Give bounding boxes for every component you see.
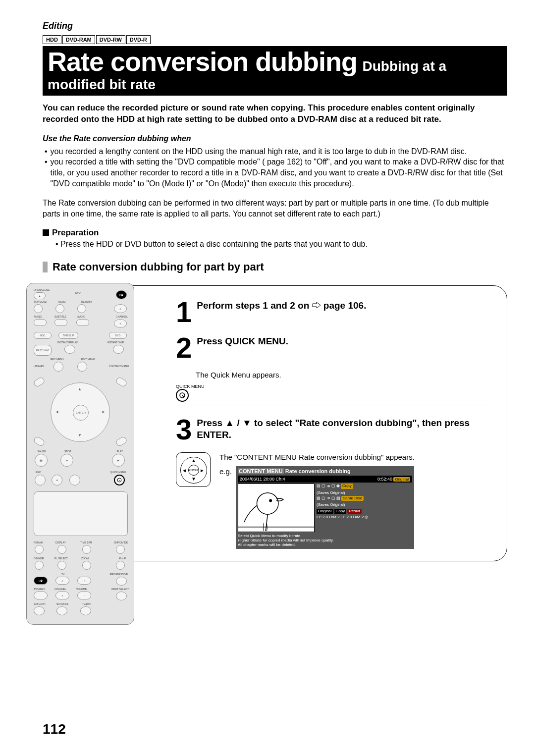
step-2: 2 Press QUICK MENU. bbox=[176, 335, 494, 360]
remote-button bbox=[54, 319, 67, 326]
list-item: •you recorded a lengthy content on the H… bbox=[45, 146, 507, 157]
step-text: Press ▲ / ▼ to select "Rate conversion d… bbox=[197, 417, 494, 441]
menu-duration: 0:52:40 bbox=[377, 477, 392, 482]
step-number: 3 bbox=[176, 417, 192, 441]
remote-label: TV/DVR bbox=[82, 602, 91, 605]
svg-point-2 bbox=[257, 493, 278, 514]
remote-button bbox=[57, 545, 66, 554]
remote-button bbox=[54, 362, 63, 372]
remote-button bbox=[115, 436, 128, 447]
list-text: you recorded a title with setting the "D… bbox=[51, 157, 507, 189]
menu-row-same: ▤▢➔▢▤ Same Disc bbox=[317, 495, 412, 501]
remote-label: PAUSE bbox=[38, 450, 46, 453]
remote-button bbox=[82, 561, 91, 570]
example-label: e.g. bbox=[219, 467, 232, 476]
quickmenu-icon bbox=[176, 389, 189, 402]
media-tags: HDD DVD-RAM DVD-RW DVD-R bbox=[43, 35, 507, 44]
remote-label: SAT.MONI. bbox=[56, 602, 69, 605]
remote-label: REMAIN bbox=[34, 541, 43, 544]
body-paragraph: The Rate conversion dubbing can be perfo… bbox=[43, 198, 507, 219]
remote-button bbox=[116, 592, 127, 600]
remote-button bbox=[113, 345, 124, 354]
preparation-text: • Press the HDD or DVD button to select … bbox=[55, 240, 507, 249]
preview-thumbnail bbox=[238, 484, 315, 532]
remote-button bbox=[80, 606, 91, 615]
original-col: Original bbox=[317, 509, 333, 514]
remote-label: SAT.CONT. bbox=[34, 602, 46, 605]
remote-button bbox=[69, 475, 80, 486]
quickmenu-label: QUICK MENU bbox=[176, 384, 205, 389]
hdd-icon: ▤ bbox=[336, 496, 340, 501]
remote-label: P in P bbox=[119, 557, 126, 560]
page-ref-arrow-icon bbox=[312, 300, 321, 311]
remote-quickmenu-button bbox=[114, 475, 125, 486]
preparation-heading: Preparation bbox=[43, 228, 507, 238]
svg-point-3 bbox=[269, 499, 272, 502]
remote-label: ANGLE bbox=[34, 315, 42, 318]
remote-label: DVD bbox=[75, 291, 81, 294]
remote-label: INSTANT REPLAY bbox=[57, 341, 78, 344]
menu-footer: Select Quick Menu to modify bitrate. Hig… bbox=[238, 534, 412, 547]
remote-label: PROGRESSIVE bbox=[110, 573, 128, 576]
result-badge: Result bbox=[347, 509, 362, 514]
remote-button bbox=[77, 362, 87, 372]
step-1: 1 Perform steps 1 and 2 on page 106. bbox=[176, 300, 494, 324]
remote-label: DIMMER bbox=[34, 557, 44, 560]
copy-badge: Copy bbox=[341, 484, 353, 488]
remote-label: OPEN/CLOSE bbox=[34, 288, 50, 291]
title-banner: Rate conversion dubbing Dubbing at a mod… bbox=[43, 46, 507, 96]
remote-button bbox=[33, 436, 46, 447]
right-arrow-icon: ► bbox=[200, 468, 205, 473]
arrow-right-icon: ➔ bbox=[326, 495, 330, 501]
step-text-part: Perform steps 1 and 2 on bbox=[197, 300, 312, 311]
step-text: Press QUICK MENU. bbox=[197, 335, 494, 360]
remote-button: DVD bbox=[109, 332, 127, 339]
media-tag: HDD bbox=[43, 35, 61, 44]
remote-numpad bbox=[34, 491, 128, 536]
heading-bar-icon bbox=[43, 262, 48, 272]
remote-label: REC MENU bbox=[51, 358, 64, 361]
remote-label: AUDIO bbox=[77, 315, 85, 318]
remote-button: ∧ bbox=[114, 304, 127, 313]
down-arrow-icon: ▼ bbox=[191, 476, 196, 482]
menu-footer-line: All chapter marks will be deleted. bbox=[238, 542, 412, 547]
hdd-icon: ▤ bbox=[317, 496, 321, 501]
remote-button bbox=[33, 377, 46, 388]
remote-label: STOP bbox=[64, 450, 71, 453]
remote-button bbox=[116, 561, 125, 570]
menu-meta: 2004/06/11 20:00 Ch:4 0:52:40 Original bbox=[238, 476, 412, 483]
subsection-title: Rate conversion dubbing for part by part bbox=[53, 261, 264, 273]
step-divider bbox=[176, 406, 494, 406]
page-title: Rate conversion dubbing bbox=[48, 47, 357, 76]
remote-button bbox=[56, 606, 67, 615]
page-number: 112 bbox=[43, 721, 66, 737]
remote-button bbox=[64, 345, 75, 354]
remote-play-button: ▶ bbox=[112, 454, 125, 467]
arrow-right-icon: ➔ bbox=[326, 484, 330, 489]
media-tag: DVD-RAM bbox=[62, 35, 95, 44]
intro-paragraph: You can reduce the recorded picture or s… bbox=[43, 103, 507, 125]
steps-card: OPEN/CLOSE ▲ DVD I/⏻ TOP MENU MENU RETUR… bbox=[43, 285, 507, 561]
step-detail: The Quick Menu appears. bbox=[196, 371, 494, 379]
remote-pause-button: ▮▮ bbox=[35, 454, 48, 467]
remote-button: TIMESLIP bbox=[58, 332, 78, 339]
menu-footer-line: Select Quick Menu to modify bitrate. bbox=[238, 534, 412, 538]
remote-label: LIBRARY bbox=[34, 365, 44, 368]
menu-row-labels: Original Copy Result bbox=[317, 509, 412, 514]
remote-label: PLAY bbox=[117, 450, 123, 453]
step-text-part: page 106. bbox=[323, 300, 367, 311]
remote-button: ∨ bbox=[55, 592, 69, 599]
remote-button: ∧ bbox=[55, 577, 69, 585]
remote-button bbox=[35, 561, 44, 570]
media-tag: DVD-R bbox=[126, 35, 151, 44]
remote-label: SUBTITLE bbox=[54, 315, 66, 318]
remote-button bbox=[35, 545, 44, 554]
remote-label: INPUT SELECT bbox=[111, 588, 129, 591]
remote-button: EASY NAVI bbox=[34, 345, 52, 356]
remote-label: RETURN bbox=[81, 300, 92, 303]
remote-button: － bbox=[77, 592, 91, 599]
quickmenu-illustration: QUICK MENU bbox=[176, 384, 494, 402]
remote-button: ▲ bbox=[34, 292, 46, 299]
menu-title-right: Rate conversion dubbing bbox=[285, 468, 351, 474]
up-arrow-icon: ▲ bbox=[191, 458, 196, 463]
